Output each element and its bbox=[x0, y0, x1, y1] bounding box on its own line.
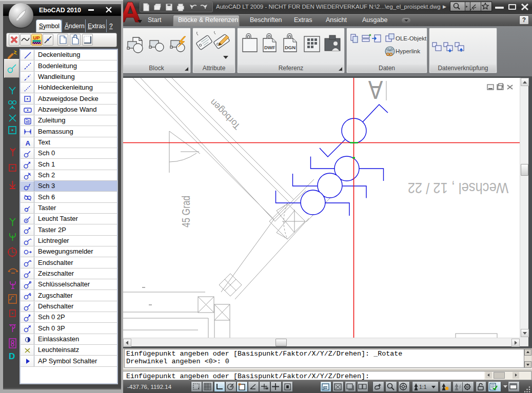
svg-text:OLE-Objekt: OLE-Objekt bbox=[396, 35, 427, 42]
svg-text:1:1: 1:1 bbox=[419, 384, 427, 390]
svg-text:DWF: DWF bbox=[264, 45, 275, 50]
svg-text:45 Grad: 45 Grad bbox=[180, 196, 192, 227]
svg-text:UP: UP bbox=[33, 35, 41, 40]
svg-text:A: A bbox=[368, 78, 383, 104]
svg-text:Wechsel , 12 / 22: Wechsel , 12 / 22 bbox=[408, 180, 508, 197]
svg-text:DGN: DGN bbox=[285, 45, 295, 50]
svg-text:Hyperlink: Hyperlink bbox=[396, 48, 420, 54]
svg-text:A: A bbox=[26, 139, 31, 147]
